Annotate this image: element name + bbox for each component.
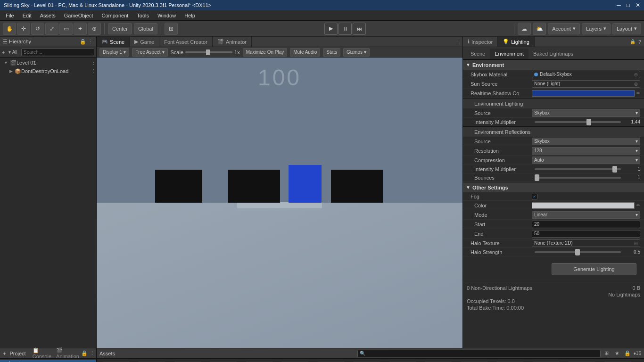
mute-audio-btn[interactable]: Mute Audio bbox=[290, 48, 320, 57]
custom-tool[interactable]: ⊕ bbox=[88, 23, 101, 35]
rect-tool[interactable]: ▭ bbox=[59, 23, 73, 35]
tab-animator[interactable]: 🎬 Animator bbox=[213, 37, 252, 47]
asset-view-btn1[interactable]: ⊞ bbox=[603, 349, 611, 358]
hierarchy-search[interactable] bbox=[21, 49, 94, 56]
project-lock-icon[interactable]: 🔒 bbox=[81, 350, 88, 356]
gizmos-dropdown[interactable]: Gizmos ▾ bbox=[343, 48, 370, 57]
global-toggle[interactable]: Global bbox=[134, 23, 157, 34]
tab-inspector[interactable]: ℹ Inspector bbox=[463, 37, 498, 47]
env-intensity-slider[interactable] bbox=[535, 121, 621, 123]
fog-color-field[interactable] bbox=[532, 202, 635, 209]
menu-window[interactable]: Window bbox=[154, 12, 180, 19]
hierarchy-add-btn[interactable]: + bbox=[2, 49, 5, 55]
env-lighting-header[interactable]: Environment Lighting bbox=[463, 98, 644, 108]
reflections-intensity-slider[interactable] bbox=[535, 168, 621, 170]
play-button[interactable]: ▶ bbox=[324, 23, 338, 35]
aspect-dropdown[interactable]: Free Aspect ▾ bbox=[132, 48, 167, 57]
skybox-material-field[interactable]: Default-Skybox ◎ bbox=[532, 71, 640, 78]
fog-end-input[interactable] bbox=[532, 230, 640, 238]
halo-texture-pick-icon[interactable]: ◎ bbox=[634, 241, 638, 246]
menu-file[interactable]: File bbox=[2, 12, 18, 19]
hierarchy-item-dontdestroy[interactable]: ▶ 📦 DontDestroyOnLoad ⋮ bbox=[0, 67, 96, 75]
fog-mode-dropdown[interactable]: Linear ▾ bbox=[532, 211, 640, 219]
animation-tab[interactable]: 🎬 Animation bbox=[56, 347, 79, 359]
hierarchy-lock-icon[interactable]: 🔒 bbox=[80, 39, 86, 45]
tab-game[interactable]: ▶ Game bbox=[130, 37, 159, 47]
minimize-button[interactable]: ─ bbox=[617, 2, 621, 8]
level01-menu-icon[interactable]: ⋮ bbox=[91, 60, 96, 66]
skybox-pick-icon[interactable]: ◎ bbox=[634, 72, 638, 77]
grid-tool[interactable]: ⊞ bbox=[165, 23, 178, 35]
environment-section-header[interactable]: ▼ Environment bbox=[463, 59, 644, 70]
tab-lighting[interactable]: 💡 Lighting bbox=[498, 37, 535, 47]
scene-viewport[interactable]: 100 bbox=[97, 58, 462, 348]
asset-lock-btn[interactable]: 🔒 bbox=[623, 349, 632, 358]
halo-strength-thumb[interactable] bbox=[575, 249, 580, 255]
transform-tool[interactable]: ✦ bbox=[74, 23, 87, 35]
shadow-color-field[interactable] bbox=[532, 90, 635, 97]
env-lighting-source-dropdown[interactable]: Skybox ▾ bbox=[532, 109, 640, 117]
asset-favorite-btn[interactable]: ★ bbox=[613, 349, 621, 358]
sub-tab-scene[interactable]: Scene bbox=[466, 49, 490, 59]
env-reflections-header[interactable]: Environment Reflections bbox=[463, 126, 644, 137]
env-intensity-thumb[interactable] bbox=[586, 119, 591, 125]
halo-strength-slider[interactable] bbox=[535, 251, 621, 253]
sun-source-field[interactable]: None (Light) ◎ bbox=[532, 80, 640, 88]
fog-color-edit-icon[interactable]: ✏ bbox=[636, 203, 640, 208]
reflections-source-dropdown[interactable]: Skybox ▾ bbox=[532, 138, 640, 145]
display-dropdown[interactable]: Display 1 ▾ bbox=[99, 48, 129, 57]
reflections-intensity-thumb[interactable] bbox=[612, 166, 617, 173]
console-tab[interactable]: 📋 Console bbox=[33, 347, 51, 359]
center-toggle[interactable]: Center bbox=[108, 23, 132, 34]
right-panel-lock-icon[interactable]: 🔒 bbox=[630, 39, 636, 45]
services-btn[interactable]: ☁ bbox=[518, 23, 531, 35]
sub-tab-environment[interactable]: Environment bbox=[490, 49, 528, 59]
project-menu-icon[interactable]: ⋮ bbox=[90, 350, 95, 356]
menu-tools[interactable]: Tools bbox=[133, 12, 153, 19]
cloud-btn[interactable]: ⛅ bbox=[533, 23, 546, 35]
sun-pick-icon[interactable]: ◎ bbox=[634, 82, 638, 86]
asset-search-input[interactable] bbox=[357, 350, 601, 357]
layout-label: Layout bbox=[617, 26, 632, 32]
shadow-color-pick-icon[interactable]: ✏ bbox=[636, 90, 640, 96]
pause-button[interactable]: ⏸ bbox=[339, 23, 352, 35]
hand-tool[interactable]: ✋ bbox=[3, 23, 16, 35]
reflections-resolution-dropdown[interactable]: 128 ▾ bbox=[532, 147, 640, 155]
hierarchy-item-level01[interactable]: ▼ 🎬 Level 01 ⋮ bbox=[0, 58, 96, 67]
maximize-play-btn[interactable]: Maximize On Play bbox=[243, 48, 288, 57]
menu-component[interactable]: Component bbox=[98, 12, 132, 19]
tab-font-creator[interactable]: Font Asset Creator bbox=[159, 37, 213, 47]
maximize-button[interactable]: □ bbox=[627, 2, 630, 8]
menu-edit[interactable]: Edit bbox=[19, 12, 35, 19]
step-button[interactable]: ⏭ bbox=[353, 23, 366, 35]
halo-texture-field[interactable]: None (Texture 2D) ◎ bbox=[532, 239, 640, 247]
fog-start-input[interactable] bbox=[532, 221, 640, 228]
account-dropdown[interactable]: Account ▾ bbox=[548, 23, 580, 34]
hierarchy-menu-icon[interactable]: ⋮ bbox=[88, 39, 93, 45]
generate-lighting-button[interactable]: Generate Lighting bbox=[552, 263, 636, 275]
dontdestroy-menu-icon[interactable]: ⋮ bbox=[91, 68, 96, 74]
fog-checkbox[interactable] bbox=[532, 194, 537, 199]
right-panel-menu-icon[interactable]: ? bbox=[638, 39, 641, 45]
menu-assets[interactable]: Assets bbox=[36, 12, 59, 19]
layout-dropdown[interactable]: Layout ▾ bbox=[612, 23, 641, 34]
other-settings-header[interactable]: ▼ Other Settings bbox=[463, 182, 644, 192]
scale-slider[interactable] bbox=[185, 51, 232, 53]
titlebar: Sliding Sky - Level 01 - PC, Mac & Linux… bbox=[0, 0, 644, 10]
scale-tool[interactable]: ⤢ bbox=[45, 23, 58, 35]
reflections-bounces-thumb[interactable] bbox=[535, 174, 539, 181]
rotate-tool[interactable]: ↺ bbox=[31, 23, 44, 35]
menu-help[interactable]: Help bbox=[181, 12, 199, 19]
layers-dropdown[interactable]: Layers ▾ bbox=[582, 23, 611, 34]
menu-gameobject[interactable]: GameObject bbox=[60, 12, 97, 19]
reflections-bounces-slider[interactable] bbox=[535, 177, 621, 179]
move-tool[interactable]: ✛ bbox=[17, 23, 30, 35]
scene-tab-menu-btn[interactable]: ⋮ bbox=[452, 39, 462, 45]
close-button[interactable]: ✕ bbox=[636, 2, 640, 8]
tab-scene[interactable]: 🎮 Scene bbox=[97, 37, 130, 47]
sub-tab-baked[interactable]: Baked Lightmaps bbox=[528, 49, 578, 59]
project-assets-root[interactable]: ▼ Assets bbox=[0, 360, 96, 362]
reflections-compression-dropdown[interactable]: Auto ▾ bbox=[532, 156, 640, 164]
stats-btn[interactable]: Stats bbox=[323, 48, 340, 57]
project-add-icon[interactable]: + bbox=[3, 351, 6, 356]
